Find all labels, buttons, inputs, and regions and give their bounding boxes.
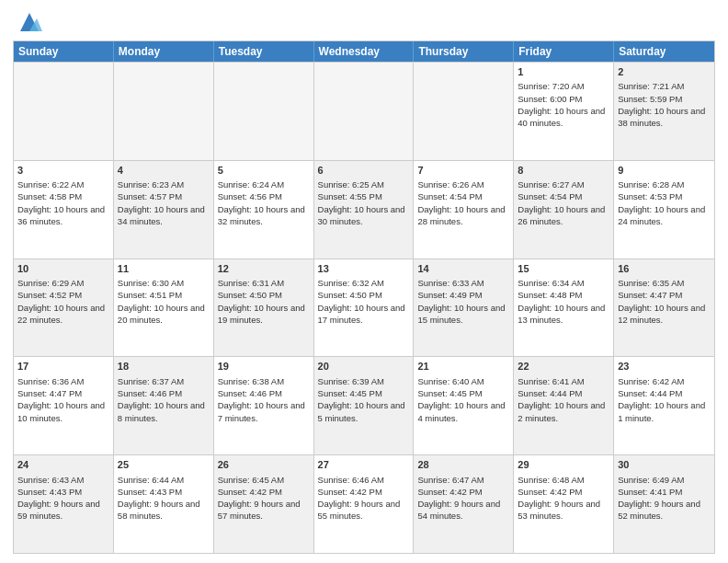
calendar-cell-day-19: 19Sunrise: 6:38 AM Sunset: 4:46 PM Dayli…: [214, 357, 314, 454]
day-number: 16: [618, 262, 711, 276]
day-number: 25: [118, 458, 210, 472]
day-info: Sunrise: 6:49 AM Sunset: 4:41 PM Dayligh…: [618, 475, 700, 522]
calendar-cell-day-24: 24Sunrise: 6:43 AM Sunset: 4:43 PM Dayli…: [14, 455, 114, 553]
day-info: Sunrise: 6:46 AM Sunset: 4:42 PM Dayligh…: [318, 475, 401, 522]
calendar-cell-day-29: 29Sunrise: 6:48 AM Sunset: 4:42 PM Dayli…: [514, 455, 614, 553]
calendar-cell-day-4: 4Sunrise: 6:23 AM Sunset: 4:57 PM Daylig…: [114, 161, 214, 259]
calendar-header: SundayMondayTuesdayWednesdayThursdayFrid…: [14, 41, 714, 62]
calendar-row-3: 17Sunrise: 6:36 AM Sunset: 4:47 PM Dayli…: [14, 356, 714, 454]
day-info: Sunrise: 6:26 AM Sunset: 4:54 PM Dayligh…: [417, 179, 505, 226]
calendar-row-1: 3Sunrise: 6:22 AM Sunset: 4:58 PM Daylig…: [14, 160, 714, 259]
day-info: Sunrise: 6:38 AM Sunset: 4:46 PM Dayligh…: [218, 376, 305, 423]
day-info: Sunrise: 6:27 AM Sunset: 4:54 PM Dayligh…: [518, 179, 605, 226]
day-info: Sunrise: 6:45 AM Sunset: 4:42 PM Dayligh…: [218, 475, 301, 522]
calendar-cell-day-23: 23Sunrise: 6:42 AM Sunset: 4:44 PM Dayli…: [614, 357, 714, 454]
day-info: Sunrise: 6:42 AM Sunset: 4:44 PM Dayligh…: [618, 376, 705, 423]
day-number: 30: [618, 458, 711, 472]
calendar-cell-empty: [14, 63, 114, 160]
weekday-header-sunday: Sunday: [14, 41, 114, 62]
calendar-cell-day-5: 5Sunrise: 6:24 AM Sunset: 4:56 PM Daylig…: [214, 161, 314, 259]
calendar-cell-empty: [214, 63, 314, 160]
weekday-header-monday: Monday: [114, 41, 214, 62]
header: [13, 9, 715, 35]
day-number: 6: [318, 164, 410, 178]
calendar-row-2: 10Sunrise: 6:29 AM Sunset: 4:52 PM Dayli…: [14, 259, 714, 357]
calendar-cell-day-12: 12Sunrise: 6:31 AM Sunset: 4:50 PM Dayli…: [214, 259, 314, 357]
calendar-cell-day-10: 10Sunrise: 6:29 AM Sunset: 4:52 PM Dayli…: [14, 259, 114, 357]
weekday-header-saturday: Saturday: [614, 41, 714, 62]
day-info: Sunrise: 6:33 AM Sunset: 4:49 PM Dayligh…: [417, 278, 505, 325]
day-info: Sunrise: 6:22 AM Sunset: 4:58 PM Dayligh…: [17, 179, 105, 226]
day-number: 29: [518, 458, 609, 472]
day-info: Sunrise: 6:48 AM Sunset: 4:42 PM Dayligh…: [518, 475, 600, 522]
day-number: 20: [318, 360, 410, 373]
day-number: 27: [318, 458, 410, 472]
calendar-cell-empty: [314, 63, 415, 160]
day-info: Sunrise: 6:36 AM Sunset: 4:47 PM Dayligh…: [17, 376, 105, 423]
calendar-row-0: 1Sunrise: 7:20 AM Sunset: 6:00 PM Daylig…: [14, 62, 714, 160]
day-info: Sunrise: 6:30 AM Sunset: 4:51 PM Dayligh…: [118, 278, 205, 325]
calendar-cell-empty: [414, 63, 514, 160]
day-info: Sunrise: 6:29 AM Sunset: 4:52 PM Dayligh…: [17, 278, 105, 325]
calendar-cell-day-7: 7Sunrise: 6:26 AM Sunset: 4:54 PM Daylig…: [414, 161, 514, 259]
day-number: 12: [218, 262, 310, 276]
calendar-cell-day-18: 18Sunrise: 6:37 AM Sunset: 4:46 PM Dayli…: [114, 357, 214, 454]
day-number: 14: [417, 262, 509, 276]
calendar-cell-day-25: 25Sunrise: 6:44 AM Sunset: 4:43 PM Dayli…: [114, 455, 214, 553]
day-number: 4: [118, 164, 210, 178]
day-info: Sunrise: 6:28 AM Sunset: 4:53 PM Dayligh…: [618, 179, 705, 226]
calendar-cell-day-20: 20Sunrise: 6:39 AM Sunset: 4:45 PM Dayli…: [314, 357, 415, 454]
day-info: Sunrise: 6:35 AM Sunset: 4:47 PM Dayligh…: [618, 278, 705, 325]
calendar-cell-day-11: 11Sunrise: 6:30 AM Sunset: 4:51 PM Dayli…: [114, 259, 214, 357]
calendar-cell-day-17: 17Sunrise: 6:36 AM Sunset: 4:47 PM Dayli…: [14, 357, 114, 454]
calendar-body: 1Sunrise: 7:20 AM Sunset: 6:00 PM Daylig…: [14, 62, 714, 553]
day-info: Sunrise: 6:37 AM Sunset: 4:46 PM Dayligh…: [118, 376, 205, 423]
day-number: 24: [17, 458, 109, 472]
calendar: SundayMondayTuesdayWednesdayThursdayFrid…: [13, 40, 715, 554]
day-info: Sunrise: 6:47 AM Sunset: 4:42 PM Dayligh…: [417, 475, 500, 522]
calendar-cell-day-21: 21Sunrise: 6:40 AM Sunset: 4:45 PM Dayli…: [414, 357, 514, 454]
day-info: Sunrise: 7:21 AM Sunset: 5:59 PM Dayligh…: [618, 81, 705, 128]
calendar-row-4: 24Sunrise: 6:43 AM Sunset: 4:43 PM Dayli…: [14, 454, 714, 553]
day-number: 19: [218, 360, 310, 373]
calendar-cell-day-22: 22Sunrise: 6:41 AM Sunset: 4:44 PM Dayli…: [514, 357, 614, 454]
calendar-cell-day-14: 14Sunrise: 6:33 AM Sunset: 4:49 PM Dayli…: [414, 259, 514, 357]
day-number: 17: [17, 360, 109, 373]
page: SundayMondayTuesdayWednesdayThursdayFrid…: [0, 0, 728, 563]
day-number: 28: [417, 458, 509, 472]
day-number: 13: [318, 262, 410, 276]
day-number: 11: [118, 262, 210, 276]
day-info: Sunrise: 6:34 AM Sunset: 4:48 PM Dayligh…: [518, 278, 605, 325]
calendar-cell-day-16: 16Sunrise: 6:35 AM Sunset: 4:47 PM Dayli…: [614, 259, 714, 357]
day-number: 1: [518, 65, 609, 79]
day-info: Sunrise: 6:43 AM Sunset: 4:43 PM Dayligh…: [17, 475, 100, 522]
day-number: 3: [17, 164, 109, 178]
calendar-cell-day-28: 28Sunrise: 6:47 AM Sunset: 4:42 PM Dayli…: [414, 455, 514, 553]
day-info: Sunrise: 6:32 AM Sunset: 4:50 PM Dayligh…: [318, 278, 405, 325]
calendar-cell-day-3: 3Sunrise: 6:22 AM Sunset: 4:58 PM Daylig…: [14, 161, 114, 259]
weekday-header-friday: Friday: [514, 41, 614, 62]
weekday-header-thursday: Thursday: [414, 41, 514, 62]
calendar-cell-day-26: 26Sunrise: 6:45 AM Sunset: 4:42 PM Dayli…: [214, 455, 314, 553]
logo-icon: [17, 9, 42, 35]
calendar-cell-day-9: 9Sunrise: 6:28 AM Sunset: 4:53 PM Daylig…: [614, 161, 714, 259]
calendar-cell-day-15: 15Sunrise: 6:34 AM Sunset: 4:48 PM Dayli…: [514, 259, 614, 357]
calendar-cell-day-13: 13Sunrise: 6:32 AM Sunset: 4:50 PM Dayli…: [314, 259, 415, 357]
calendar-cell-day-27: 27Sunrise: 6:46 AM Sunset: 4:42 PM Dayli…: [314, 455, 415, 553]
calendar-cell-empty: [114, 63, 214, 160]
logo: [13, 9, 42, 35]
calendar-cell-day-30: 30Sunrise: 6:49 AM Sunset: 4:41 PM Dayli…: [614, 455, 714, 553]
day-number: 18: [118, 360, 210, 373]
day-info: Sunrise: 6:41 AM Sunset: 4:44 PM Dayligh…: [518, 376, 605, 423]
day-number: 8: [518, 164, 609, 178]
day-info: Sunrise: 6:40 AM Sunset: 4:45 PM Dayligh…: [417, 376, 505, 423]
day-number: 23: [618, 360, 711, 373]
calendar-cell-day-8: 8Sunrise: 6:27 AM Sunset: 4:54 PM Daylig…: [514, 161, 614, 259]
calendar-cell-day-6: 6Sunrise: 6:25 AM Sunset: 4:55 PM Daylig…: [314, 161, 415, 259]
day-number: 21: [417, 360, 509, 373]
day-info: Sunrise: 6:23 AM Sunset: 4:57 PM Dayligh…: [118, 179, 205, 226]
day-info: Sunrise: 6:24 AM Sunset: 4:56 PM Dayligh…: [218, 179, 305, 226]
weekday-header-wednesday: Wednesday: [314, 41, 415, 62]
calendar-cell-day-2: 2Sunrise: 7:21 AM Sunset: 5:59 PM Daylig…: [614, 63, 714, 160]
day-info: Sunrise: 7:20 AM Sunset: 6:00 PM Dayligh…: [518, 81, 605, 128]
